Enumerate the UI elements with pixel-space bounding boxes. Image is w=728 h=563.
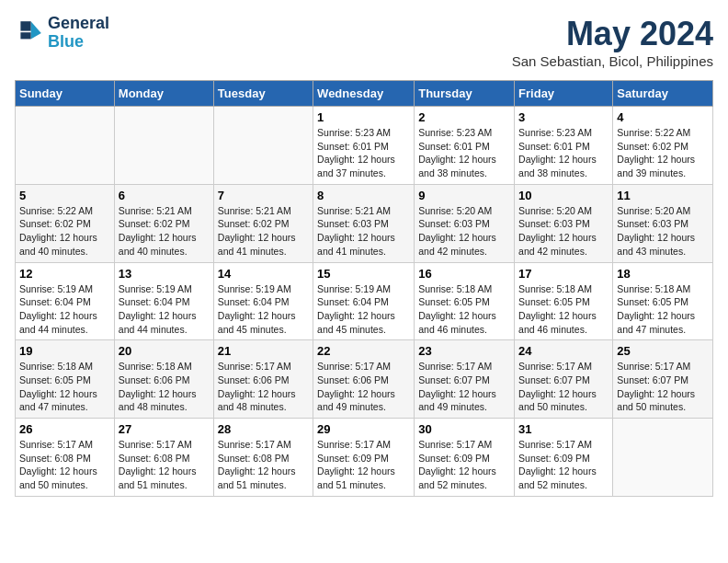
calendar-cell: 21Sunrise: 5:17 AMSunset: 6:06 PMDayligh… <box>213 340 313 419</box>
calendar-cell: 12Sunrise: 5:19 AMSunset: 6:04 PMDayligh… <box>16 262 115 340</box>
day-info: Sunrise: 5:21 AMSunset: 6:02 PMDaylight:… <box>119 204 210 259</box>
day-info: Sunrise: 5:17 AMSunset: 6:08 PMDaylight:… <box>19 438 110 492</box>
logo-text-blue: Blue <box>48 33 109 52</box>
day-number: 16 <box>418 267 510 281</box>
calendar-cell <box>213 107 313 185</box>
calendar-title: May 2024 <box>512 15 713 53</box>
day-info: Sunrise: 5:18 AMSunset: 6:05 PMDaylight:… <box>418 282 510 337</box>
day-number: 27 <box>119 422 210 436</box>
day-info: Sunrise: 5:22 AMSunset: 6:02 PMDaylight:… <box>617 126 709 180</box>
day-number: 24 <box>518 344 609 358</box>
calendar-cell: 22Sunrise: 5:17 AMSunset: 6:06 PMDayligh… <box>313 340 415 419</box>
calendar-cell: 14Sunrise: 5:19 AMSunset: 6:04 PMDayligh… <box>213 262 313 340</box>
day-info: Sunrise: 5:19 AMSunset: 6:04 PMDaylight:… <box>19 282 110 337</box>
day-number: 2 <box>418 110 510 124</box>
day-info: Sunrise: 5:17 AMSunset: 6:09 PMDaylight:… <box>317 438 410 492</box>
weekday-header-wednesday: Wednesday <box>313 81 415 107</box>
day-number: 13 <box>119 267 210 281</box>
day-info: Sunrise: 5:21 AMSunset: 6:03 PMDaylight:… <box>317 204 410 259</box>
calendar-cell: 4Sunrise: 5:22 AMSunset: 6:02 PMDaylight… <box>613 107 713 185</box>
calendar-header: General Blue May 2024 San Sebastian, Bic… <box>15 15 713 69</box>
calendar-cell: 17Sunrise: 5:18 AMSunset: 6:05 PMDayligh… <box>515 262 613 340</box>
day-number: 15 <box>317 267 410 281</box>
day-info: Sunrise: 5:23 AMSunset: 6:01 PMDaylight:… <box>418 126 510 180</box>
day-number: 25 <box>617 344 709 358</box>
calendar-cell: 29Sunrise: 5:17 AMSunset: 6:09 PMDayligh… <box>313 419 415 497</box>
weekday-header-tuesday: Tuesday <box>213 81 313 107</box>
calendar-cell: 5Sunrise: 5:22 AMSunset: 6:02 PMDaylight… <box>16 184 115 262</box>
day-info: Sunrise: 5:17 AMSunset: 6:06 PMDaylight:… <box>317 360 410 414</box>
day-number: 22 <box>317 344 410 358</box>
day-number: 3 <box>518 110 609 124</box>
calendar-cell <box>16 107 115 185</box>
day-number: 11 <box>617 189 709 202</box>
calendar-cell: 16Sunrise: 5:18 AMSunset: 6:05 PMDayligh… <box>415 262 515 340</box>
title-block: May 2024 San Sebastian, Bicol, Philippin… <box>512 15 713 69</box>
day-number: 30 <box>418 422 510 436</box>
week-row-3: 12Sunrise: 5:19 AMSunset: 6:04 PMDayligh… <box>16 262 713 340</box>
calendar-cell: 10Sunrise: 5:20 AMSunset: 6:03 PMDayligh… <box>515 184 613 262</box>
svg-marker-0 <box>31 21 41 39</box>
day-info: Sunrise: 5:19 AMSunset: 6:04 PMDaylight:… <box>317 282 410 337</box>
day-number: 18 <box>617 267 709 281</box>
logo-icon <box>15 18 44 48</box>
calendar-cell: 23Sunrise: 5:17 AMSunset: 6:07 PMDayligh… <box>415 340 515 419</box>
day-number: 21 <box>218 344 309 358</box>
day-number: 10 <box>518 189 609 202</box>
calendar-cell <box>613 419 713 497</box>
weekday-header-saturday: Saturday <box>613 81 713 107</box>
calendar-cell: 13Sunrise: 5:19 AMSunset: 6:04 PMDayligh… <box>114 262 213 340</box>
day-number: 9 <box>418 189 510 202</box>
day-info: Sunrise: 5:19 AMSunset: 6:04 PMDaylight:… <box>218 282 309 337</box>
calendar-cell: 9Sunrise: 5:20 AMSunset: 6:03 PMDaylight… <box>415 184 515 262</box>
calendar-cell: 1Sunrise: 5:23 AMSunset: 6:01 PMDaylight… <box>313 107 415 185</box>
day-info: Sunrise: 5:17 AMSunset: 6:08 PMDaylight:… <box>119 438 210 492</box>
day-info: Sunrise: 5:18 AMSunset: 6:05 PMDaylight:… <box>19 360 110 414</box>
day-number: 5 <box>19 189 110 202</box>
day-number: 14 <box>218 267 309 281</box>
weekday-header-sunday: Sunday <box>16 81 115 107</box>
calendar-cell: 27Sunrise: 5:17 AMSunset: 6:08 PMDayligh… <box>114 419 213 497</box>
day-info: Sunrise: 5:17 AMSunset: 6:07 PMDaylight:… <box>418 360 510 414</box>
day-info: Sunrise: 5:19 AMSunset: 6:04 PMDaylight:… <box>119 282 210 337</box>
day-info: Sunrise: 5:22 AMSunset: 6:02 PMDaylight:… <box>19 204 110 259</box>
calendar-cell: 11Sunrise: 5:20 AMSunset: 6:03 PMDayligh… <box>613 184 713 262</box>
calendar-cell: 15Sunrise: 5:19 AMSunset: 6:04 PMDayligh… <box>313 262 415 340</box>
day-info: Sunrise: 5:18 AMSunset: 6:06 PMDaylight:… <box>119 360 210 414</box>
day-number: 20 <box>119 344 210 358</box>
day-info: Sunrise: 5:17 AMSunset: 6:07 PMDaylight:… <box>617 360 709 414</box>
day-number: 1 <box>317 110 410 124</box>
calendar-cell: 28Sunrise: 5:17 AMSunset: 6:08 PMDayligh… <box>213 419 313 497</box>
week-row-5: 26Sunrise: 5:17 AMSunset: 6:08 PMDayligh… <box>16 419 713 497</box>
day-number: 17 <box>518 267 609 281</box>
calendar-cell: 18Sunrise: 5:18 AMSunset: 6:05 PMDayligh… <box>613 262 713 340</box>
day-info: Sunrise: 5:17 AMSunset: 6:06 PMDaylight:… <box>218 360 309 414</box>
day-number: 29 <box>317 422 410 436</box>
weekday-header-row: SundayMondayTuesdayWednesdayThursdayFrid… <box>16 81 713 107</box>
day-number: 28 <box>218 422 309 436</box>
calendar-cell: 3Sunrise: 5:23 AMSunset: 6:01 PMDaylight… <box>515 107 613 185</box>
day-info: Sunrise: 5:23 AMSunset: 6:01 PMDaylight:… <box>518 126 609 180</box>
week-row-1: 1Sunrise: 5:23 AMSunset: 6:01 PMDaylight… <box>16 107 713 185</box>
day-info: Sunrise: 5:20 AMSunset: 6:03 PMDaylight:… <box>617 204 709 259</box>
day-number: 7 <box>218 189 309 202</box>
calendar-cell: 20Sunrise: 5:18 AMSunset: 6:06 PMDayligh… <box>114 340 213 419</box>
logo: General Blue <box>15 15 109 52</box>
weekday-header-thursday: Thursday <box>415 81 515 107</box>
day-number: 6 <box>119 189 210 202</box>
calendar-cell: 26Sunrise: 5:17 AMSunset: 6:08 PMDayligh… <box>16 419 115 497</box>
calendar-subtitle: San Sebastian, Bicol, Philippines <box>512 53 713 69</box>
calendar-cell: 19Sunrise: 5:18 AMSunset: 6:05 PMDayligh… <box>16 340 115 419</box>
day-info: Sunrise: 5:20 AMSunset: 6:03 PMDaylight:… <box>518 204 609 259</box>
day-info: Sunrise: 5:17 AMSunset: 6:07 PMDaylight:… <box>518 360 609 414</box>
svg-rect-1 <box>20 21 30 30</box>
calendar-table: SundayMondayTuesdayWednesdayThursdayFrid… <box>15 80 713 497</box>
week-row-4: 19Sunrise: 5:18 AMSunset: 6:05 PMDayligh… <box>16 340 713 419</box>
day-info: Sunrise: 5:17 AMSunset: 6:09 PMDaylight:… <box>518 438 609 492</box>
calendar-cell: 25Sunrise: 5:17 AMSunset: 6:07 PMDayligh… <box>613 340 713 419</box>
day-number: 8 <box>317 189 410 202</box>
day-number: 4 <box>617 110 709 124</box>
svg-rect-2 <box>20 32 30 39</box>
calendar-cell: 7Sunrise: 5:21 AMSunset: 6:02 PMDaylight… <box>213 184 313 262</box>
day-number: 26 <box>19 422 110 436</box>
